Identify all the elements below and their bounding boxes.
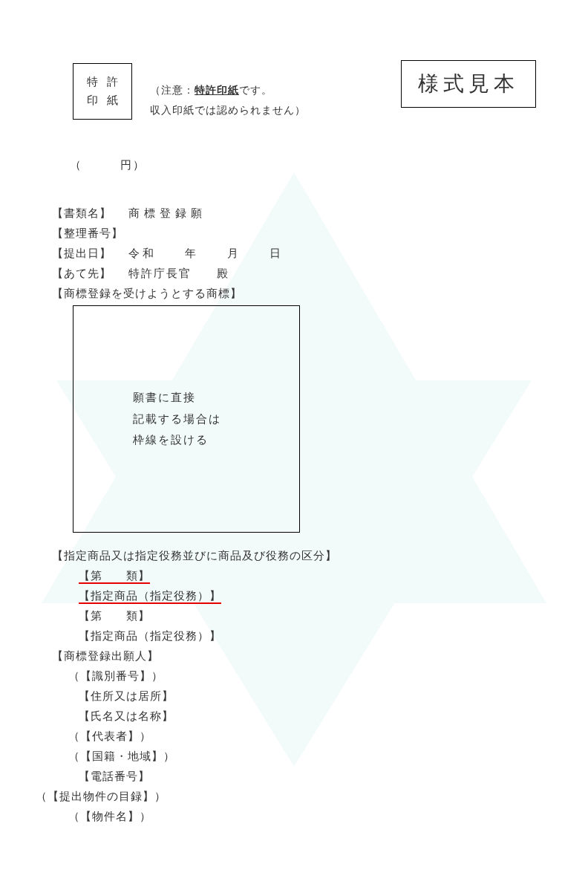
applicant-name: 【氏名又は名称】	[79, 710, 174, 722]
submit-date-value: 令和 年 月 日	[128, 244, 284, 264]
dest-label: 【あて先】	[52, 264, 111, 284]
notice-bold: 特許印紙	[195, 85, 239, 96]
sample-label: 様式見本	[418, 72, 519, 95]
tm-box-l2: 記載する場合は	[133, 409, 221, 430]
class-row-1: 【第 類】	[79, 570, 150, 584]
applicant-address: 【住所又は居所】	[79, 690, 174, 702]
tm-box-l1: 願書に直接	[133, 387, 196, 409]
attachments-item: （【物件名】）	[68, 810, 151, 822]
notice-mid: です。	[239, 85, 272, 96]
applicant-nat: （【国籍・地域】）	[68, 750, 175, 762]
tm-box-l3: 枠線を設ける	[133, 429, 209, 451]
notice-text: （注意：特許印紙です。 収入印紙では認められません）	[150, 81, 306, 120]
applicant-tel: 【電話番号】	[79, 770, 150, 782]
goods-row-2: 【指定商品（指定役務）】	[79, 630, 221, 642]
applicant-idno: （【識別番号】）	[68, 670, 163, 682]
attachments-header: （【提出物件の目録】）	[36, 790, 166, 802]
patent-stamp-box: 特許 印紙	[73, 63, 132, 120]
goods-row-1: 【指定商品（指定役務）】	[79, 590, 221, 604]
class-row-2: 【第 類】	[79, 610, 150, 622]
sample-label-box: 様式見本	[401, 60, 536, 108]
stamp-line2: 印紙	[87, 91, 127, 111]
tm-label: 【商標登録を受けようとする商標】	[52, 284, 242, 304]
applicant-rep: （【代表者】）	[68, 730, 151, 742]
ref-no-label: 【整理番号】	[52, 224, 123, 244]
notice-line2: 収入印紙では認められません）	[150, 101, 306, 121]
submit-date-label: 【提出日】	[52, 244, 111, 264]
dest-value: 特許庁長官 殿	[128, 264, 229, 284]
designated-header: 【指定商品又は指定役務並びに商品及び役務の区分】	[52, 546, 536, 566]
yen-amount: （ 円）	[70, 158, 536, 172]
doc-name-value: 商標登録願	[128, 204, 206, 224]
stamp-line1: 特許	[87, 73, 127, 92]
notice-prefix: （注意：	[150, 85, 195, 96]
applicant-header: 【商標登録出願人】	[52, 646, 536, 666]
doc-name-label: 【書類名】	[52, 204, 111, 224]
trademark-box: 願書に直接 記載する場合は 枠線を設ける	[73, 305, 300, 533]
